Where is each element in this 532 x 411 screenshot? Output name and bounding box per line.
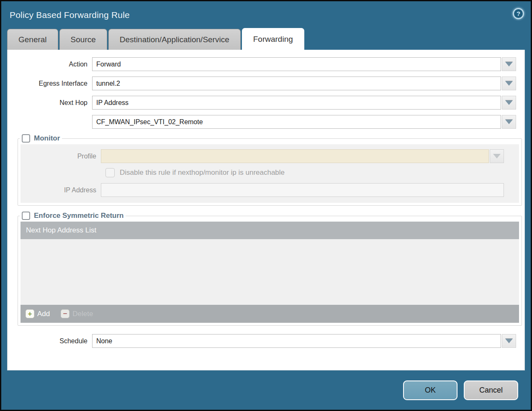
enforce-symmetric-return-fieldset: Enforce Symmetric Return Next Hop Addres… bbox=[18, 212, 522, 326]
next-hop-address-dropdown-button[interactable] bbox=[502, 115, 516, 129]
egress-interface-row: Egress Interface tunnel.2 bbox=[8, 77, 516, 90]
tab-source[interactable]: Source bbox=[59, 29, 107, 50]
profile-row: Profile bbox=[21, 149, 504, 163]
monitor-title: Monitor bbox=[34, 134, 60, 143]
disable-rule-label: Disable this rule if nexthop/monitor ip … bbox=[120, 168, 285, 177]
profile-select bbox=[101, 149, 489, 163]
next-hop-address-table-body bbox=[21, 239, 519, 305]
cancel-button[interactable]: Cancel bbox=[464, 380, 518, 400]
monitor-legend: Monitor bbox=[20, 134, 62, 143]
next-hop-label: Next Hop bbox=[8, 99, 92, 107]
pbf-rule-dialog: Policy Based Forwarding Rule ? General S… bbox=[0, 0, 532, 411]
schedule-dropdown-button[interactable] bbox=[502, 334, 516, 348]
monitor-ip-address-row: IP Address bbox=[21, 183, 504, 197]
tab-forwarding[interactable]: Forwarding bbox=[242, 28, 304, 50]
action-label: Action bbox=[8, 61, 92, 68]
chevron-down-icon bbox=[505, 81, 513, 86]
enforce-symmetric-return-legend: Enforce Symmetric Return bbox=[20, 212, 126, 220]
schedule-select[interactable]: None bbox=[92, 334, 501, 348]
egress-interface-dropdown-button[interactable] bbox=[502, 77, 516, 90]
help-icon[interactable]: ? bbox=[513, 8, 524, 19]
monitor-body: Profile Disable this rule if nexthop/mon… bbox=[21, 144, 519, 203]
add-button-label: Add bbox=[37, 310, 50, 318]
disable-rule-row: Disable this rule if nexthop/monitor ip … bbox=[105, 168, 519, 177]
next-hop-type-select[interactable]: IP Address bbox=[92, 96, 501, 110]
chevron-down-icon bbox=[505, 339, 513, 343]
egress-interface-label: Egress Interface bbox=[8, 80, 92, 87]
next-hop-address-select[interactable]: CF_MWAN_IPsec_VTI_02_Remote bbox=[92, 115, 501, 129]
enforce-symmetric-return-title: Enforce Symmetric Return bbox=[34, 212, 123, 220]
monitor-ip-address-input bbox=[101, 183, 504, 197]
schedule-row: Schedule None bbox=[8, 334, 516, 348]
next-hop-address-table: Next Hop Address List + Add − Delete bbox=[21, 222, 519, 323]
next-hop-row: Next Hop IP Address bbox=[8, 96, 516, 110]
tab-destination-application-service[interactable]: Destination/Application/Service bbox=[108, 29, 241, 50]
profile-label: Profile bbox=[21, 153, 101, 160]
chevron-down-icon bbox=[505, 120, 513, 124]
next-hop-type-dropdown-button[interactable] bbox=[502, 96, 516, 110]
tab-general[interactable]: General bbox=[7, 29, 58, 50]
next-hop-address-table-toolbar: + Add − Delete bbox=[21, 305, 519, 323]
chevron-down-icon bbox=[505, 62, 513, 66]
minus-icon: − bbox=[61, 309, 69, 318]
dialog-footer: OK Cancel bbox=[1, 370, 531, 410]
dialog-title: Policy Based Forwarding Rule bbox=[10, 10, 130, 20]
chevron-down-icon bbox=[505, 100, 513, 105]
plus-icon: + bbox=[26, 309, 34, 318]
next-hop-address-row: CF_MWAN_IPsec_VTI_02_Remote bbox=[8, 115, 516, 129]
disable-rule-checkbox bbox=[105, 168, 115, 177]
chevron-down-icon bbox=[493, 154, 501, 158]
ok-button[interactable]: OK bbox=[403, 380, 457, 400]
monitor-ip-address-label: IP Address bbox=[21, 186, 101, 194]
delete-button-label: Delete bbox=[72, 310, 93, 318]
tab-bar: General Source Destination/Application/S… bbox=[7, 28, 525, 50]
action-row: Action Forward bbox=[8, 57, 516, 71]
enforce-symmetric-return-checkbox[interactable] bbox=[22, 212, 30, 220]
action-select[interactable]: Forward bbox=[92, 57, 501, 71]
add-button: + Add bbox=[26, 309, 50, 318]
forwarding-tab-panel: Action Forward Egress Interface tunnel.2… bbox=[7, 50, 525, 370]
action-dropdown-button[interactable] bbox=[502, 57, 516, 71]
dialog-titlebar: Policy Based Forwarding Rule ? bbox=[1, 1, 531, 23]
delete-button: − Delete bbox=[61, 309, 93, 318]
egress-interface-select[interactable]: tunnel.2 bbox=[92, 77, 501, 90]
monitor-checkbox[interactable] bbox=[22, 134, 30, 143]
schedule-label: Schedule bbox=[8, 337, 92, 345]
profile-dropdown-button bbox=[490, 149, 504, 163]
monitor-fieldset: Monitor Profile Disable this rule if nex… bbox=[18, 134, 522, 206]
next-hop-address-table-header: Next Hop Address List bbox=[21, 222, 519, 239]
